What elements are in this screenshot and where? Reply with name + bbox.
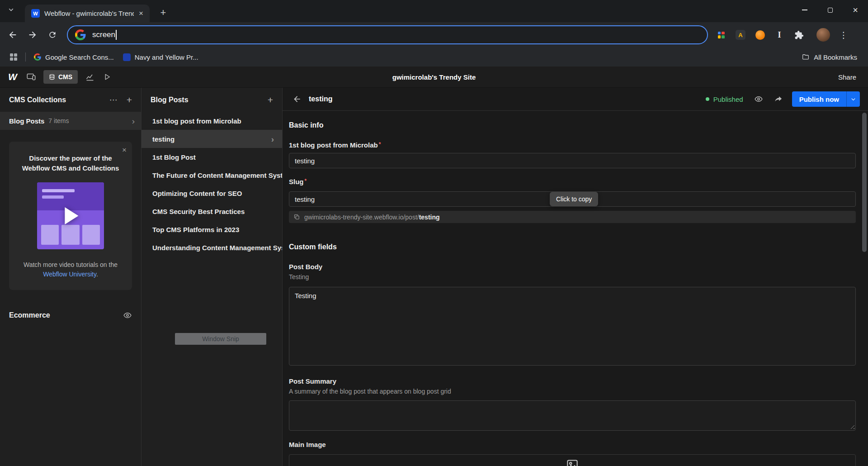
editor-scrollbar-thumb[interactable] [862, 113, 867, 252]
tab-search-chevron-icon[interactable] [7, 6, 15, 14]
share-button[interactable]: Share [829, 73, 865, 81]
name-field-input[interactable] [289, 153, 856, 168]
post-list-item-selected[interactable]: testing › [142, 130, 282, 148]
post-list-item[interactable]: 1st Blog Post [142, 148, 282, 166]
browser-menu-kebab-icon[interactable]: ⋮ [838, 30, 849, 40]
preview-button[interactable] [99, 68, 116, 86]
click-to-copy-tooltip: Click to copy [550, 192, 598, 206]
collections-panel-title: CMS Collections [9, 96, 66, 104]
address-bar[interactable]: screen [67, 25, 708, 44]
profile-avatar[interactable] [816, 28, 830, 42]
post-list-item[interactable]: Top CMS Platforms in 2023 [142, 220, 282, 238]
collections-overflow-icon[interactable]: ⋯ [109, 96, 118, 104]
bookmark-google-search-console[interactable]: Google Search Cons... [29, 50, 118, 64]
cms-mode-button[interactable]: CMS [43, 70, 78, 84]
share-arrow-icon [774, 95, 783, 104]
blog-posts-panel: Blog Posts + 1st blog post from Microlab… [142, 88, 283, 466]
post-summary-help: A summary of the blog post that appears … [289, 388, 856, 395]
new-tab-button[interactable]: + [157, 6, 170, 19]
eye-icon [754, 95, 763, 104]
bookmark-navy-and-yellow[interactable]: Navy and Yellow Pr... [118, 50, 203, 64]
ecommerce-label: Ecommerce [9, 311, 50, 319]
webflow-topbar: W CMS gwimicrolab's Trendy Site Share [0, 67, 868, 88]
extensions-puzzle-icon[interactable] [793, 29, 805, 41]
post-list-item[interactable]: Optimizing Content for SEO [142, 184, 282, 202]
main-image-upload-area[interactable] [289, 454, 856, 466]
publish-now-split-button: Publish now [792, 91, 860, 107]
workspace: CMS Collections ⋯ + Blog Posts 7 items ›… [0, 88, 868, 466]
preview-item-button[interactable] [754, 95, 763, 104]
add-collection-button[interactable]: + [127, 95, 132, 105]
chevron-down-icon [850, 96, 857, 103]
required-mark: * [379, 141, 381, 147]
browser-tab-strip: W Webflow - gwimicrolab's Trendy × + × [0, 0, 868, 22]
post-summary-textarea[interactable] [289, 400, 856, 431]
browser-tab[interactable]: W Webflow - gwimicrolab's Trendy × [25, 5, 150, 22]
post-summary-wrap [289, 400, 856, 431]
tab-title: Webflow - gwimicrolab's Trendy [44, 10, 134, 17]
play-icon [103, 73, 111, 81]
webflow-university-link[interactable]: Webflow University [43, 271, 96, 278]
post-summary-label: Post Summary [289, 377, 856, 385]
post-url-copy-row[interactable]: gwimicrolabs-trendy-site.webflow.io/post… [289, 211, 856, 223]
editor-header: testing Published Publish now [283, 88, 868, 111]
browser-toolbar: screen A I ⋮ [0, 22, 868, 48]
bookmark-label: Navy and Yellow Pr... [135, 53, 198, 61]
maximize-icon [828, 8, 833, 13]
all-bookmarks-label: All Bookmarks [814, 53, 857, 61]
window-maximize-button[interactable] [817, 0, 843, 20]
workspace-grid-extension-icon[interactable] [715, 29, 727, 41]
post-list-item[interactable]: Understanding Content Management Sys... [142, 238, 282, 257]
open-live-page-button[interactable] [774, 95, 783, 104]
copy-icon [293, 214, 300, 220]
post-body-textarea[interactable]: Testing [289, 287, 856, 366]
bookmarks-separator [25, 52, 26, 62]
cms-chip-label: CMS [58, 73, 72, 81]
post-list-item[interactable]: 1st blog post from Microlab [142, 112, 282, 130]
post-list-item[interactable]: The Future of Content Management Syst... [142, 166, 282, 184]
forward-arrow-icon [28, 30, 38, 40]
publish-now-button[interactable]: Publish now [792, 91, 846, 107]
analytics-button[interactable] [81, 68, 99, 86]
webflow-logo[interactable]: W [3, 71, 23, 82]
posts-panel-title: Blog Posts [151, 96, 189, 104]
side-panel-grid-icon[interactable] [10, 53, 17, 61]
collection-blog-posts-row[interactable]: Blog Posts 7 items › [0, 112, 141, 130]
i-letter-extension-icon[interactable]: I [774, 29, 785, 41]
publish-options-button[interactable] [846, 91, 860, 107]
window-minimize-button[interactable] [792, 0, 817, 20]
window-close-button[interactable]: × [843, 0, 868, 20]
navy-favicon [123, 53, 131, 61]
back-arrow-icon [8, 30, 18, 40]
slug-field-wrap: Click to copy [289, 191, 856, 207]
extensions-area: A I [715, 29, 805, 41]
bookmark-label: Google Search Cons... [45, 53, 114, 61]
orange-circle-extension-icon[interactable] [754, 29, 766, 41]
promo-footer: Watch more video tutorials on the Webflo… [17, 260, 124, 279]
custom-fields-heading: Custom fields [289, 243, 856, 251]
window-snip-ghost: Window Snip [175, 333, 266, 345]
add-post-button[interactable]: + [268, 95, 273, 105]
chevron-right-icon: › [271, 135, 274, 143]
address-bar-text: screen [92, 30, 115, 39]
forward-button[interactable] [24, 26, 42, 44]
tab-close-icon[interactable]: × [136, 9, 146, 19]
ecommerce-visibility-toggle[interactable] [123, 311, 132, 320]
all-bookmarks-button[interactable]: All Bookmarks [802, 53, 862, 61]
cms-item-editor: testing Published Publish now [283, 88, 868, 466]
post-list-item[interactable]: CMS Security Best Practices [142, 202, 282, 220]
post-url-slug: testing [419, 214, 440, 221]
promo-close-icon[interactable]: × [122, 146, 127, 155]
status-label: Published [713, 95, 743, 103]
editor-item-title: testing [309, 95, 332, 103]
window-controls: × [792, 0, 868, 20]
reload-button[interactable] [43, 26, 61, 44]
site-title: gwimicrolab's Trendy Site [392, 73, 476, 81]
minimize-icon [802, 10, 807, 10]
editor-back-button[interactable] [292, 95, 302, 104]
folder-icon [802, 53, 810, 61]
promo-video-thumbnail[interactable] [37, 182, 104, 249]
yellow-letter-extension-icon[interactable]: A [735, 29, 746, 41]
designer-devices-button[interactable] [23, 68, 40, 86]
back-button[interactable] [4, 26, 22, 44]
